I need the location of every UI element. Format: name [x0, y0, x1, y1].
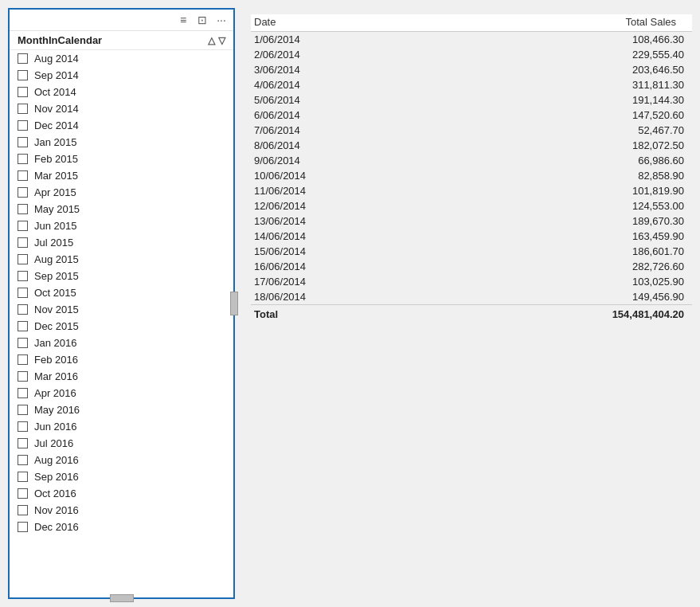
list-item[interactable]: Dec 2016	[10, 519, 233, 535]
checkbox[interactable]	[18, 137, 28, 147]
checkbox[interactable]	[18, 421, 28, 432]
grid-icon[interactable]: ⊡	[195, 13, 209, 27]
sort-desc-icon[interactable]: ▽	[218, 35, 225, 46]
sort-asc-icon[interactable]: △	[208, 35, 215, 46]
list-item[interactable]: Mar 2016	[10, 368, 233, 385]
list-item[interactable]: Nov 2015	[10, 301, 233, 318]
checkbox[interactable]	[18, 271, 28, 281]
table-row: 4/06/2014311,811.30	[251, 77, 692, 92]
list-item[interactable]: Oct 2016	[10, 485, 233, 502]
cell-date: 3/06/2014	[251, 62, 432, 77]
list-item[interactable]: May 2016	[10, 401, 233, 418]
cell-sales: 147,520.60	[432, 108, 692, 123]
cell-sales: 182,072.50	[432, 138, 692, 153]
table-row: 11/06/2014101,819.90	[251, 183, 692, 198]
list-item[interactable]: Jan 2015	[10, 134, 233, 151]
list-item[interactable]: Sep 2016	[10, 468, 233, 485]
cell-sales: 163,459.90	[432, 229, 692, 244]
list-item[interactable]: Jun 2015	[10, 217, 233, 234]
list-item[interactable]: Jul 2016	[10, 435, 233, 452]
checkbox[interactable]	[18, 70, 28, 80]
list-item[interactable]: Apr 2016	[10, 385, 233, 401]
item-label: Sep 2015	[34, 270, 79, 282]
checkbox[interactable]	[18, 472, 28, 482]
cell-date: 8/06/2014	[251, 138, 432, 153]
checkbox[interactable]	[18, 321, 28, 331]
table-row: 6/06/2014147,520.60	[251, 108, 692, 123]
cell-date: 16/06/2014	[251, 259, 432, 274]
table-row: 8/06/2014182,072.50	[251, 138, 692, 153]
checkbox[interactable]	[18, 237, 28, 248]
item-label: Jan 2015	[34, 136, 77, 148]
more-icon[interactable]: ···	[214, 13, 229, 27]
cell-sales: 52,467.70	[432, 123, 692, 138]
list-item[interactable]: Mar 2015	[10, 167, 233, 184]
list-item[interactable]: Aug 2015	[10, 251, 233, 268]
list-item[interactable]: Feb 2015	[10, 151, 233, 167]
checkbox[interactable]	[18, 371, 28, 382]
list-item[interactable]: Jan 2016	[10, 335, 233, 351]
item-label: Apr 2016	[34, 387, 76, 399]
list-item[interactable]: Sep 2015	[10, 268, 233, 284]
list-item[interactable]: Apr 2015	[10, 184, 233, 201]
list-item[interactable]: Jul 2015	[10, 234, 233, 251]
checkbox[interactable]	[18, 104, 28, 114]
item-label: Dec 2015	[34, 320, 79, 332]
item-label: Feb 2016	[34, 354, 78, 366]
list-item[interactable]: Aug 2016	[10, 452, 233, 468]
cell-date: 14/06/2014	[251, 229, 432, 244]
list-item[interactable]: Nov 2014	[10, 100, 233, 117]
checkbox[interactable]	[18, 221, 28, 231]
item-label: Aug 2015	[34, 253, 79, 265]
list-item[interactable]: Dec 2014	[10, 117, 233, 134]
checkbox[interactable]	[18, 354, 28, 365]
checkbox[interactable]	[18, 204, 28, 214]
checkbox[interactable]	[18, 388, 28, 398]
item-label: Aug 2014	[34, 53, 79, 65]
checkbox[interactable]	[18, 87, 28, 97]
list-item[interactable]: Nov 2016	[10, 502, 233, 519]
checkbox[interactable]	[18, 505, 28, 515]
checkbox[interactable]	[18, 170, 28, 181]
list-item[interactable]: Oct 2014	[10, 84, 233, 100]
checkbox[interactable]	[18, 438, 28, 448]
item-label: Jul 2016	[34, 437, 73, 449]
total-row: Total154,481,404.20	[251, 305, 692, 323]
checkbox[interactable]	[18, 154, 28, 164]
list-item[interactable]: May 2015	[10, 201, 233, 217]
table-row: 17/06/2014103,025.90	[251, 274, 692, 289]
list-item[interactable]: Jun 2016	[10, 418, 233, 435]
checkbox[interactable]	[18, 120, 28, 131]
data-table-wrapper[interactable]: Date Total Sales 1/06/2014108,466.302/06…	[251, 14, 692, 599]
checkbox[interactable]	[18, 53, 28, 64]
table-row: 10/06/201482,858.90	[251, 168, 692, 183]
cell-sales: 229,555.40	[432, 47, 692, 62]
checkbox[interactable]	[18, 304, 28, 315]
table-row: 14/06/2014163,459.90	[251, 229, 692, 244]
checkbox[interactable]	[18, 405, 28, 415]
list-item[interactable]: Feb 2016	[10, 351, 233, 368]
list-item[interactable]: Aug 2014	[10, 50, 233, 67]
item-label: Sep 2014	[34, 69, 79, 81]
checkbox[interactable]	[18, 488, 28, 499]
table-header-row: Date Total Sales	[251, 14, 692, 32]
item-label: Sep 2016	[34, 471, 79, 483]
list-item[interactable]: Dec 2015	[10, 318, 233, 335]
cell-sales: 82,858.90	[432, 168, 692, 183]
list-item[interactable]: Oct 2015	[10, 284, 233, 301]
checkbox[interactable]	[18, 187, 28, 198]
list-item[interactable]: Sep 2014	[10, 67, 233, 84]
checkbox[interactable]	[18, 455, 28, 465]
cell-date: 11/06/2014	[251, 183, 432, 198]
hamburger-icon[interactable]: ≡	[176, 13, 190, 27]
filter-list[interactable]: Aug 2014Sep 2014Oct 2014Nov 2014Dec 2014…	[10, 50, 233, 597]
checkbox[interactable]	[18, 338, 28, 348]
resize-handle-right[interactable]	[230, 292, 238, 315]
table-row: 18/06/2014149,456.90	[251, 289, 692, 305]
cell-sales: 191,144.30	[432, 92, 692, 108]
item-label: Mar 2016	[34, 370, 78, 382]
resize-handle-bottom[interactable]	[110, 594, 134, 602]
checkbox[interactable]	[18, 254, 28, 264]
checkbox[interactable]	[18, 288, 28, 298]
checkbox[interactable]	[18, 522, 28, 532]
